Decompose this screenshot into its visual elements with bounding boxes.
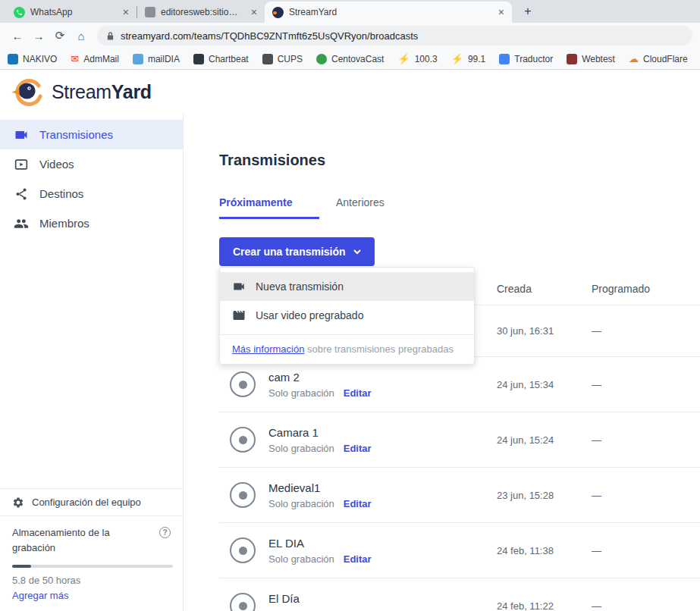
created-date: 24 jun, 15:24: [497, 434, 592, 446]
lock-icon: [106, 31, 115, 41]
address-bar[interactable]: streamyard.com/teams/TQDhBC9ZNTmft6z5UsQ…: [97, 26, 692, 45]
scheduled-date: —: [592, 600, 700, 611]
bookmark-100-3[interactable]: ⚡100.3: [397, 54, 437, 64]
bookmark-webtest[interactable]: Webtest: [567, 54, 615, 64]
create-broadcast-label: Crear una transmisión: [233, 246, 346, 258]
table-row[interactable]: El Día Solo grabaciónEditar 24 feb, 11:2…: [219, 578, 700, 611]
bookmark-traductor[interactable]: Traductor: [499, 54, 553, 64]
edit-link[interactable]: Editar: [344, 498, 372, 509]
edit-link[interactable]: Editar: [344, 387, 372, 399]
sidebar-item-videos[interactable]: Videos: [0, 149, 183, 179]
centovacast-favicon: [316, 54, 327, 64]
close-icon[interactable]: ×: [250, 7, 259, 17]
scheduled-date: —: [592, 434, 700, 446]
created-date: 23 jun, 15:28: [497, 490, 592, 501]
sidebar-item-transmisiones[interactable]: Transmisiones: [0, 120, 183, 149]
webtest-favicon: [567, 54, 577, 64]
broadcast-type: Solo grabación: [268, 443, 334, 454]
menu-item-prerecorded-video[interactable]: Usar video pregrabado: [220, 301, 474, 330]
close-icon[interactable]: ×: [121, 7, 130, 17]
edit-link[interactable]: Editar: [344, 553, 372, 565]
close-icon[interactable]: ×: [497, 7, 506, 17]
broadcast-type: Solo grabación: [268, 553, 334, 565]
record-icon: [230, 482, 256, 508]
menu-footer: Más información sobre transmisiones preg…: [220, 334, 474, 364]
table-row[interactable]: cam 2 Solo grabaciónEditar 24 jun, 15:34…: [219, 357, 700, 412]
team-settings-button[interactable]: Configuración del equipo: [0, 488, 183, 515]
whatsapp-favicon: [14, 7, 25, 18]
edit-link[interactable]: Editar: [344, 609, 372, 611]
video-library-icon: [14, 157, 29, 172]
sidebar-item-label: Miembros: [39, 217, 89, 230]
nakivo-favicon: [8, 54, 18, 64]
scheduled-date: —: [592, 545, 700, 556]
record-icon: [230, 537, 256, 563]
radio-99-favicon: ⚡: [451, 54, 463, 64]
bookmark-label: 99.1: [468, 54, 485, 64]
bookmark-label: Traductor: [514, 54, 553, 64]
back-icon[interactable]: ←: [8, 30, 27, 42]
team-settings-label: Configuración del equipo: [32, 497, 141, 508]
storage-progress-fill: [12, 565, 31, 568]
bookmark-maildia[interactable]: mailDIA: [133, 54, 180, 64]
tab-proximamente[interactable]: Próximamente: [219, 196, 319, 219]
more-info-link[interactable]: Más información: [232, 343, 304, 355]
brand-wordmark: StreamYard: [52, 81, 152, 103]
bookmark-label: 100.3: [415, 54, 438, 64]
bookmark-label: Chartbeat: [209, 54, 249, 64]
reload-icon[interactable]: ⟳: [50, 29, 70, 42]
bookmark-label: Webtest: [582, 54, 615, 64]
help-icon[interactable]: ?: [159, 527, 171, 538]
table-row[interactable]: EL DIA Solo grabaciónEditar 24 feb, 11:3…: [219, 523, 700, 578]
broadcast-title: Medieval1: [268, 481, 372, 494]
new-tab-button[interactable]: +: [518, 2, 538, 21]
table-row[interactable]: Medieval1 Solo grabaciónEditar 23 jun, 1…: [219, 468, 700, 523]
sidebar-item-label: Videos: [39, 158, 74, 171]
page-title: Transmisiones: [219, 152, 700, 169]
sidebar-item-destinos[interactable]: Destinos: [0, 179, 183, 208]
tab-anteriores[interactable]: Anteriores: [336, 196, 385, 219]
bookmark-centovacast[interactable]: CentovaCast: [316, 54, 384, 64]
broadcast-title: cam 2: [268, 371, 372, 384]
scheduled-date: —: [592, 325, 700, 337]
traductor-favicon: [499, 54, 510, 64]
tab-streamyard[interactable]: StreamYard ×: [265, 2, 512, 23]
bookmark-admmail[interactable]: ✉AdmMail: [71, 54, 119, 64]
scheduled-date: —: [592, 379, 700, 390]
record-icon: [230, 593, 256, 611]
tab-editoresweb[interactable]: editoresweb:sitioweb:eldia.co ×: [137, 2, 265, 23]
bookmark-cloudflare[interactable]: ☁CloudFlare: [629, 54, 688, 64]
broadcast-type: Solo grabación: [268, 498, 334, 509]
edit-link[interactable]: Editar: [344, 443, 372, 454]
bookmark-label: CloudFlare: [643, 54, 688, 64]
bookmark-cups[interactable]: CUPS: [262, 54, 303, 64]
url-text: streamyard.com/teams/TQDhBC9ZNTmft6z5UsQ…: [121, 30, 418, 42]
menu-footer-text: sobre transmisiones pregrabadas: [304, 343, 454, 355]
bookmark-99-1[interactable]: ⚡99.1: [451, 54, 486, 64]
forward-icon[interactable]: →: [29, 30, 49, 42]
tab-whatsapp[interactable]: WhatsApp ×: [6, 2, 137, 23]
bookmark-chartbeat[interactable]: Chartbeat: [193, 54, 249, 64]
table-row[interactable]: Camara 1 Solo grabaciónEditar 24 jun, 15…: [219, 412, 700, 468]
add-more-link[interactable]: Agregar más: [12, 590, 68, 601]
column-header-scheduled: Programado: [592, 283, 700, 295]
menu-item-label: Nueva transmisión: [256, 280, 344, 293]
tab-title: WhatsApp: [30, 7, 116, 17]
create-broadcast-button[interactable]: Crear una transmisión: [219, 237, 375, 266]
bookmark-label: AdmMail: [83, 54, 119, 64]
bookmark-nakivo[interactable]: NAKIVO: [8, 54, 57, 64]
camera-icon: [232, 280, 246, 293]
sidebar-item-miembros[interactable]: Miembros: [0, 208, 183, 238]
cups-favicon: [262, 54, 273, 64]
menu-item-label: Usar video pregrabado: [256, 309, 363, 321]
column-header-created: Creada: [497, 283, 592, 295]
menu-item-new-broadcast[interactable]: Nueva transmisión: [220, 272, 474, 301]
cloudflare-favicon: ☁: [629, 54, 639, 64]
broadcast-type: Solo grabación: [268, 609, 334, 611]
sidebar: Transmisiones Videos Destinos Miembros C…: [0, 114, 184, 611]
home-icon[interactable]: ⌂: [71, 30, 91, 42]
broadcast-title: El Día: [268, 592, 372, 605]
brand-part-yard: Yard: [111, 81, 152, 102]
camera-icon: [14, 127, 29, 143]
gear-icon: [12, 497, 24, 509]
